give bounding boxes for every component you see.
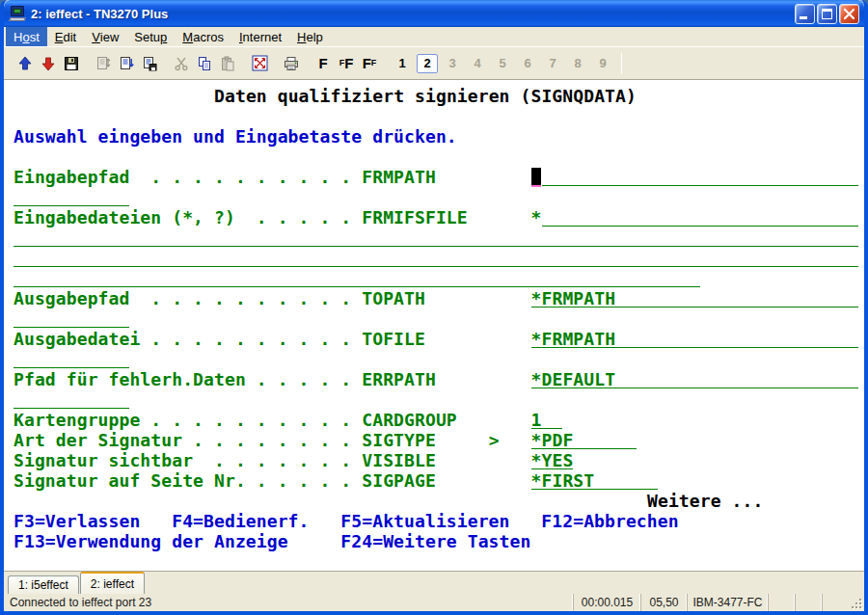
frmifsfile-field-line-1[interactable] [542,226,859,227]
label-topath: Ausgabepfad . . . . . . . . . . TOPATH [14,288,425,308]
font-letter-big: F [344,56,353,70]
value-topath: *FRMPATH [531,288,616,308]
session-tab-bar: 1: i5effect2: ieffect [4,571,864,594]
value-visible: *YES [531,450,574,470]
session-9-button[interactable]: 9 [592,54,613,73]
menu-help[interactable]: Help [289,27,331,46]
menu-host[interactable]: Host [6,27,47,46]
errpath-field-line-2[interactable] [14,408,129,409]
printer-icon [284,56,299,71]
font-letter-small: F [371,59,377,67]
screen-title: Daten qualifiziert signieren (SIGNQDATA) [214,86,637,106]
app-window: 2: ieffect - TN3270 Plus HostEditViewSet… [0,0,868,615]
resize-grip[interactable] [849,594,864,611]
terminal-type: IBM-3477-FC [687,594,768,611]
center-screen-button[interactable] [248,52,271,75]
label-sigtype: Art der Signatur . . . . . . . . SIGTYPE [14,430,436,450]
toolbar: F FF FF 123456789 [4,46,864,79]
send-file-button[interactable] [92,52,115,75]
terminal-area: Daten qualifiziert signieren (SIGNQDATA)… [4,79,864,571]
copy-button[interactable] [193,52,216,75]
floppy-disk-icon [64,56,79,71]
menu-internet[interactable]: Internet [231,27,289,46]
save-screen-button[interactable] [138,52,161,75]
connection-status: Connected to ieffect port 23 [4,594,573,611]
session-4-button[interactable]: 4 [467,54,488,73]
font-letter: F [318,56,327,70]
tofile-field-line-2[interactable] [14,367,129,368]
font-larger-button[interactable]: FF [358,52,381,75]
session-6-button[interactable]: 6 [517,54,538,73]
menu-macros[interactable]: Macros [175,27,231,46]
print-button[interactable] [280,52,303,75]
close-button[interactable] [839,4,859,24]
session-7-button[interactable]: 7 [542,54,563,73]
maximize-button[interactable] [817,4,837,24]
status-cell-empty-1 [768,594,795,611]
disconnect-down-arrow-icon [41,56,56,71]
frmifsfile-field-line-4[interactable] [14,286,700,287]
copy-icon [197,56,212,71]
font-select-button[interactable]: F [312,52,335,75]
value-sigtype: *PDF [531,430,574,450]
errpath-field-line-1[interactable] [531,388,858,388]
session-3-button[interactable]: 3 [442,54,463,73]
label-frmifsfile: Eingabedateien (*, ?) . . . . . FRMIFSFI… [14,207,468,227]
file-transfer-down-icon [119,56,134,71]
terminal-cursor [531,168,542,185]
label-errpath: Pfad für fehlerh.Daten . . . . . ERRPATH [14,369,436,389]
label-sigpage: Signatur auf Seite Nr. . . . . . SIGPAGE [14,470,436,491]
frmpath-field-line-1[interactable] [542,185,859,186]
label-tofile: Ausgabedatei . . . . . . . . . . TOFILE [14,329,425,349]
topath-field-line-1[interactable] [531,307,858,308]
session-tab-2[interactable]: 2: ieffect [80,572,145,594]
terminal-app-icon[interactable] [10,6,26,22]
file-transfer-updown-icon-disabled [95,56,111,71]
connect-button[interactable] [14,52,37,75]
sigtype-field-line[interactable] [531,448,637,449]
cut-button[interactable] [170,52,193,75]
save-session-button[interactable] [60,52,83,75]
paste-button[interactable] [216,52,239,75]
close-icon [843,8,855,20]
session-8-button[interactable]: 8 [567,54,588,73]
title-bar: 2: ieffect - TN3270 Plus [4,0,864,27]
session-2-button[interactable]: 2 [417,54,438,73]
more-indicator: Weitere ... [647,491,763,511]
session-1-button[interactable]: 1 [392,54,413,73]
receive-file-button[interactable] [115,52,138,75]
clipboard-paste-icon-disabled [220,56,235,71]
frmifsfile-field-line-2[interactable] [14,246,858,247]
font-smaller-button[interactable]: FF [335,52,358,75]
minimize-button[interactable] [795,4,815,24]
status-bar: Connected to ieffect port 23 00:00.015 0… [4,594,864,611]
function-keys-row-1: F3=Verlassen F4=Bedienerf. F5=Aktualisie… [14,511,679,531]
menu-setup[interactable]: Setup [126,27,175,46]
frmpath-field-line-2[interactable] [14,205,129,206]
label-visible: Signatur sichtbar . . . . . . . VISIBLE [14,450,436,470]
document-floppy-icon [142,56,157,71]
instruction-text: Auswahl eingeben und Eingabetaste drücke… [14,126,457,147]
value-frmifsfile: * [531,207,542,227]
terminal-screen[interactable]: Daten qualifiziert signieren (SIGNQDATA)… [4,80,864,571]
value-tofile: *FRMPATH [531,329,616,349]
minimize-icon [800,16,807,19]
topath-field-line-2[interactable] [14,327,129,328]
sigpage-field-line[interactable] [531,489,658,490]
center-screen-icon [252,55,268,71]
session-5-button[interactable]: 5 [492,54,513,73]
menu-view[interactable]: View [84,27,126,46]
menu-edit[interactable]: Edit [47,27,84,46]
frmifsfile-field-line-3[interactable] [14,266,858,267]
cardgroup-field-line[interactable] [531,428,563,429]
disconnect-button[interactable] [37,52,60,75]
cursor-position-indicator: 05,50 [640,594,687,611]
visible-field-line[interactable] [531,468,574,469]
font-letter-big: F [363,56,371,70]
session-tab-1[interactable]: 1: i5effect [8,575,79,594]
label-cardgroup: Kartengruppe . . . . . . . . . . CARDGRO… [14,410,457,430]
function-keys-row-2: F13=Verwendung der Anzeige F24=Weitere T… [14,531,530,551]
tofile-field-line-1[interactable] [531,347,858,348]
cursor-underline[interactable] [531,185,542,187]
window-controls [795,4,859,24]
